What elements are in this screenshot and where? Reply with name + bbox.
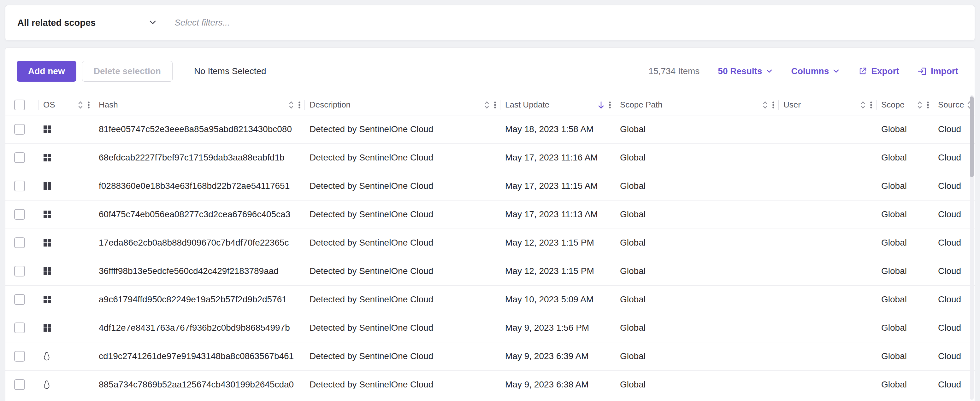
scope-cell: Global	[876, 143, 933, 172]
sort-icon[interactable]	[484, 100, 490, 110]
scope-cell: Global	[876, 257, 933, 285]
add-new-button[interactable]: Add new	[17, 61, 76, 82]
table-row[interactable]: 17eda86e2cb0a8b88d909670c7b4df70fe22365c…	[5, 228, 975, 257]
toolbar-left: Add new Delete selection No Items Select…	[17, 61, 266, 82]
table-row[interactable]: 4df12e7e8431763a767f936b2c0bd9b86854997b…	[5, 314, 975, 342]
column-menu-icon[interactable]	[772, 100, 775, 110]
col-header-source[interactable]: Source	[933, 95, 975, 115]
column-menu-icon[interactable]	[609, 100, 611, 110]
column-menu-icon[interactable]	[494, 100, 496, 110]
select-all-checkbox[interactable]	[14, 100, 25, 110]
scope-cell: Global	[876, 285, 933, 314]
table-row[interactable]: 36ffff98b13e5edcfe560cd42c429f2183789aad…	[5, 257, 975, 285]
table-body: 81fee05747c52e3eee8a85a95abd8213430bc080…	[5, 115, 975, 399]
sort-icon[interactable]	[916, 100, 923, 110]
scope-cell: Global	[876, 228, 933, 257]
filters-input[interactable]: Select filters...	[165, 5, 975, 40]
col-header-label: Last Update	[505, 100, 549, 110]
column-menu-icon[interactable]	[88, 100, 90, 110]
scrollbar-track[interactable]	[970, 95, 974, 400]
scope-path-cell: Global	[615, 342, 778, 371]
source-cell: Cloud	[933, 314, 975, 342]
hash-cell: 17eda86e2cb0a8b88d909670c7b4df70fe22365c	[94, 228, 304, 257]
scope-cell: Global	[876, 172, 933, 200]
description-cell: Detected by SentinelOne Cloud	[304, 342, 500, 371]
toolbar: Add new Delete selection No Items Select…	[5, 48, 975, 95]
source-cell: Cloud	[933, 200, 975, 228]
os-cell	[38, 143, 94, 172]
import-button[interactable]: Import	[918, 66, 958, 76]
sort-icon[interactable]	[860, 100, 866, 110]
source-cell: Cloud	[933, 143, 975, 172]
row-checkbox[interactable]	[14, 152, 25, 163]
last-update-cell: May 9, 2023 6:38 AM	[500, 371, 615, 399]
import-icon	[918, 67, 927, 76]
select-all-header	[5, 95, 38, 115]
col-header-user[interactable]: User	[778, 95, 876, 115]
col-header-label: OS	[43, 100, 55, 110]
scope-cell: Global	[876, 371, 933, 399]
scope-path-cell: Global	[615, 172, 778, 200]
scope-path-cell: Global	[615, 314, 778, 342]
row-checkbox-cell	[5, 285, 38, 314]
column-menu-icon[interactable]	[298, 100, 301, 110]
sort-icon[interactable]	[288, 100, 294, 110]
results-dropdown[interactable]: 50 Results	[718, 66, 773, 76]
row-checkbox[interactable]	[14, 351, 25, 361]
description-cell: Detected by SentinelOne Cloud	[304, 257, 500, 285]
table-row[interactable]: a9c61794ffd950c82249e19a52b57f2d9b2d5761…	[5, 285, 975, 314]
table-row[interactable]: 81fee05747c52e3eee8a85a95abd8213430bc080…	[5, 115, 975, 143]
os-cell	[38, 228, 94, 257]
row-checkbox[interactable]	[14, 294, 25, 305]
column-menu-icon[interactable]	[870, 100, 872, 110]
table-row[interactable]: cd19c2741261de97e91943148ba8c0863567b461…	[5, 342, 975, 371]
windows-icon	[43, 210, 51, 219]
delete-selection-button[interactable]: Delete selection	[82, 61, 173, 82]
table-header-row: OS Hash	[5, 95, 975, 115]
windows-icon	[43, 125, 51, 133]
table-row[interactable]: 885a734c7869b52aa125674cb430199b2645cda0…	[5, 371, 975, 399]
hash-cell: 68efdcab2227f7bef97c17159dab3aa88eabfd1b	[94, 143, 304, 172]
table-row[interactable]: f0288360e0e18b34e63f168bd22b72ae54117651…	[5, 172, 975, 200]
table-row[interactable]: 60f475c74eb056ea08277c3d2cea67696c405ca3…	[5, 200, 975, 228]
hash-cell: 36ffff98b13e5edcfe560cd42c429f2183789aad	[94, 257, 304, 285]
columns-dropdown-label: Columns	[791, 66, 829, 76]
table-row[interactable]: 68efdcab2227f7bef97c17159dab3aa88eabfd1b…	[5, 143, 975, 172]
sort-icon[interactable]	[77, 100, 84, 110]
last-update-cell: May 12, 2023 1:15 PM	[500, 257, 615, 285]
os-icon-wrap	[43, 380, 90, 389]
last-update-cell: May 12, 2023 1:15 PM	[500, 228, 615, 257]
windows-icon	[43, 324, 51, 332]
scope-selector[interactable]: All related scopes	[5, 5, 165, 40]
col-header-scope[interactable]: Scope	[876, 95, 933, 115]
import-button-label: Import	[931, 66, 958, 76]
col-header-os[interactable]: OS	[38, 95, 94, 115]
row-checkbox[interactable]	[14, 124, 25, 135]
columns-dropdown[interactable]: Columns	[791, 66, 840, 76]
sort-icon[interactable]	[762, 100, 768, 110]
row-checkbox[interactable]	[14, 322, 25, 333]
row-checkbox[interactable]	[14, 238, 25, 248]
os-icon-wrap	[43, 210, 90, 219]
source-cell: Cloud	[933, 257, 975, 285]
row-checkbox[interactable]	[14, 209, 25, 220]
col-header-scope-path[interactable]: Scope Path	[615, 95, 778, 115]
sort-desc-icon[interactable]	[597, 100, 605, 110]
col-header-description[interactable]: Description	[304, 95, 500, 115]
col-header-last-update[interactable]: Last Update	[500, 95, 615, 115]
hash-cell: 81fee05747c52e3eee8a85a95abd8213430bc080	[94, 115, 304, 143]
column-menu-icon[interactable]	[927, 100, 929, 110]
filters-placeholder: Select filters...	[175, 17, 230, 28]
col-header-hash[interactable]: Hash	[94, 95, 304, 115]
row-checkbox[interactable]	[14, 181, 25, 191]
user-cell	[778, 342, 876, 371]
os-icon-wrap	[43, 154, 90, 162]
scrollbar-thumb[interactable]	[970, 97, 974, 177]
export-button[interactable]: Export	[858, 66, 899, 76]
os-cell	[38, 342, 94, 371]
row-checkbox[interactable]	[14, 266, 25, 276]
filter-bar: All related scopes Select filters...	[5, 5, 975, 40]
last-update-cell: May 17, 2023 11:15 AM	[500, 172, 615, 200]
row-checkbox[interactable]	[14, 379, 25, 390]
export-icon	[858, 67, 867, 76]
